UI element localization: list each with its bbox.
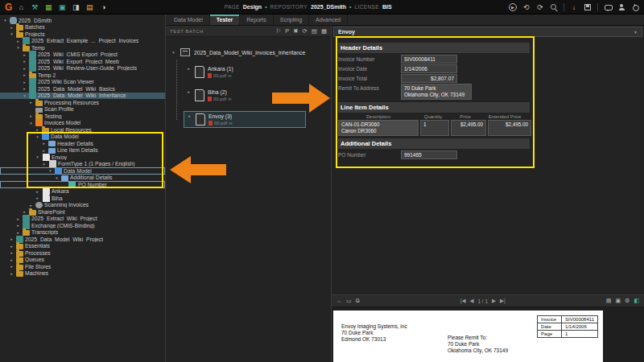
home-icon[interactable]: ⌂ [17, 3, 25, 11]
search-icon[interactable] [550, 3, 558, 11]
field-value[interactable]: SIV00008411 [401, 55, 457, 64]
chevron-down-icon[interactable]: ▼ [634, 30, 638, 35]
cell-extended-price[interactable]: $2,495.00 [488, 120, 531, 136]
tree-node[interactable]: ▾ Data Model [0, 167, 165, 175]
expander-icon[interactable]: ▾ [28, 121, 34, 125]
next-page-button[interactable]: ▶ [492, 298, 496, 304]
jobs-icon[interactable]: ◑ [99, 3, 107, 11]
expander-icon[interactable]: ▸ [186, 89, 192, 94]
expander-icon[interactable]: ▸ [9, 244, 14, 249]
tree-node[interactable]: ▾ 2025_DSmith [0, 17, 165, 24]
tree-node[interactable]: ▸ Line Item Details [0, 147, 165, 154]
expander-icon[interactable]: ▸ [9, 250, 14, 255]
tree-node[interactable]: PO Number [0, 181, 165, 188]
tree-node[interactable]: ▸ Essentials [0, 243, 165, 250]
save-icon[interactable] [584, 3, 592, 11]
last-page-button[interactable]: ▶| [500, 298, 506, 304]
expander-icon[interactable]: ▸ [15, 223, 21, 228]
expander-icon[interactable]: ▸ [22, 52, 27, 57]
Envoy (3)-icon[interactable]: ▸ Envoy (3) 00.pdf ∞ [184, 111, 306, 128]
expander-icon[interactable]: ▸ [9, 264, 14, 269]
tree-node[interactable]: ▾ Temp [0, 44, 165, 51]
tree-node[interactable]: ▸ Transcripts [0, 229, 165, 237]
expander-icon[interactable]: ▾ [2, 18, 8, 23]
expander-icon[interactable]: ▸ [186, 66, 192, 71]
settings-icon[interactable]: ⚙ [625, 298, 630, 304]
tree-node[interactable]: ▸ 2025_Extract_Wiki_Project [0, 216, 165, 223]
tree-node[interactable]: ▸ Testing [0, 113, 165, 120]
expander-icon[interactable]: ▸ [15, 230, 21, 235]
refresh-icon[interactable]: ⟳ [303, 27, 308, 35]
batches-icon[interactable]: ▦ [44, 3, 52, 11]
document-type-dropdown[interactable]: Envoy ▼ [333, 27, 642, 37]
Ankara (1)-icon[interactable]: ▸ Ankara (1) 00.pdf ∞ [184, 64, 306, 80]
tree-node[interactable]: ▾ FormType 1 (1 Pages / English) [0, 161, 165, 168]
tab[interactable]: Reports [240, 14, 274, 25]
tree-node[interactable]: ▸ SharePoint [0, 208, 165, 216]
expander-icon[interactable]: ▾ [9, 31, 14, 36]
tree-node[interactable]: ▸ Local Resources [0, 126, 165, 134]
tree-node[interactable]: ▸ 2025_Wiki_Review-User-Guide_Projects [0, 65, 165, 72]
tree-node[interactable]: ▸ Biha [0, 195, 165, 202]
tab[interactable]: Scripting [274, 14, 309, 25]
tree-node[interactable]: ▾ Projects [0, 31, 165, 38]
tree-node[interactable]: ▸ File Stores [0, 263, 165, 270]
tree-node[interactable]: ▾ Invoices Model [0, 120, 165, 127]
expander-icon[interactable]: ▸ [9, 237, 14, 241]
tree-node[interactable]: ▸ 2025_Wiki_CMIS Export_Project [0, 51, 165, 59]
tree-node[interactable]: ▾ Envoy [0, 154, 165, 161]
tree-node[interactable]: ▸ Ankara [0, 188, 165, 195]
cell-description[interactable]: CAN-01-DR3060 Canon DR3060 [338, 120, 419, 136]
tree-node[interactable]: ▸ Machines [0, 270, 165, 278]
print-icon[interactable]: ▣ [615, 298, 621, 304]
download-icon[interactable]: ↓ [570, 3, 578, 11]
delete-icon[interactable]: ✖ [293, 27, 298, 35]
layers-icon[interactable]: ▤ [606, 298, 612, 304]
power-icon[interactable] [631, 3, 639, 11]
tree-node[interactable]: ▸ 2025_Data_Model_Wiki_Basics [0, 85, 165, 93]
history-icon[interactable]: ⟲ [522, 3, 530, 11]
expander-icon[interactable]: ▸ [22, 80, 27, 84]
expander-icon[interactable]: ▸ [9, 25, 14, 30]
expander-icon[interactable]: ▾ [15, 45, 21, 50]
expander-icon[interactable]: ▾ [22, 93, 27, 98]
tree-node[interactable]: ▸ Queues [0, 257, 165, 264]
tree-node[interactable]: ▸ Temp 2 [0, 72, 165, 79]
user-icon[interactable] [617, 3, 625, 11]
expander-icon[interactable]: ▸ [22, 72, 27, 77]
expander-icon[interactable]: ▸ [22, 86, 27, 91]
expander-icon[interactable]: ▸ [41, 141, 47, 146]
prev-page-button[interactable]: ◀ [469, 298, 473, 304]
expander-icon[interactable]: ▾ [171, 50, 176, 55]
expander-icon[interactable]: ▸ [35, 189, 40, 194]
expander-icon[interactable]: ▸ [28, 113, 34, 118]
tree-node[interactable]: ▸ Exchange (CMIS-Binding) [0, 222, 165, 229]
tab[interactable]: Data Model [167, 14, 210, 25]
expander-icon[interactable]: ▸ [28, 203, 34, 208]
expander-icon[interactable]: ▸ [22, 209, 27, 214]
page-value[interactable]: Design [243, 4, 262, 10]
expander-icon[interactable]: ▸ [28, 100, 34, 105]
imaging-icon[interactable]: ◨ [72, 3, 80, 11]
Biha (2)-icon[interactable]: ▸ Biha (2) 00.pdf ∞ [184, 88, 306, 103]
field-value[interactable]: $2,807.07 [401, 74, 457, 83]
process-icon[interactable]: P [285, 27, 289, 35]
expander-icon[interactable]: ▾ [35, 154, 40, 159]
list-icon[interactable]: ▤ [312, 27, 317, 35]
tree-node[interactable]: ▸ Processing Resources [0, 99, 165, 106]
expander-icon[interactable]: ▸ [35, 127, 40, 132]
tab[interactable]: Tester [210, 14, 241, 25]
tree-node[interactable]: ▸ Batches [0, 24, 165, 31]
tree-node[interactable]: ▸ 2025 Wiki Scan Viewer [0, 79, 165, 86]
field-value[interactable]: 1/14/2006 [401, 64, 457, 73]
tab[interactable]: Advanced [309, 14, 348, 25]
tree-node[interactable]: ▸ 2025_Extract_Example_..._Project_Invoi… [0, 38, 165, 45]
expander-icon[interactable]: ▸ [22, 59, 27, 64]
expander-icon[interactable]: ▸ [41, 148, 47, 153]
cell-price[interactable]: $2,495.00 [451, 120, 486, 136]
run-icon[interactable]: ▶ [509, 3, 517, 11]
expander-icon[interactable]: ▸ [9, 271, 14, 276]
grid-icon[interactable]: ▦ [321, 27, 327, 35]
expander-icon[interactable]: ▸ [35, 195, 40, 200]
expander-icon[interactable]: ▾ [54, 175, 60, 180]
